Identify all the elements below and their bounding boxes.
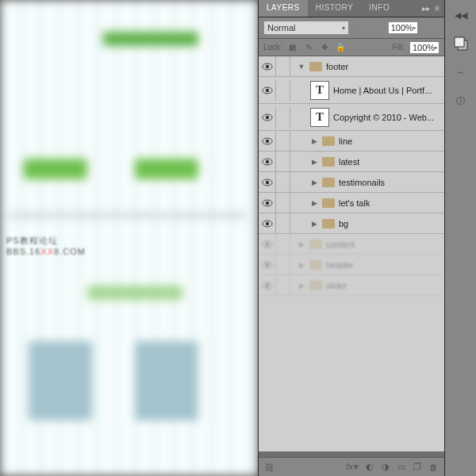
panel-menu-icon[interactable]: ≡ [435,4,440,13]
layer-row[interactable]: ▼footer [259,56,444,77]
visibility-toggle[interactable] [259,152,276,172]
info-icon[interactable]: ⓘ [452,92,470,109]
lock-all-icon[interactable]: 🔒 [335,42,346,53]
disclosure-closed-icon[interactable]: ▶ [310,137,318,145]
visibility-toggle[interactable] [259,255,276,275]
svg-point-7 [265,139,268,142]
svg-point-15 [265,221,268,225]
layer-mask-icon[interactable]: ◐ [366,462,374,472]
layer-row[interactable]: ▶testimonails [259,172,444,193]
tab-layers[interactable]: LAYERS [259,0,308,17]
link-cell [276,80,290,101]
layer-name[interactable]: latest [339,157,359,167]
folder-icon [322,136,335,146]
layer-row[interactable]: ▶latest [259,152,444,172]
chevron-right-icon: ▸ [435,44,438,51]
layer-name[interactable]: slider [326,281,347,290]
link-cell [276,234,290,255]
visibility-toggle[interactable] [259,275,276,296]
visibility-toggle[interactable] [259,193,276,213]
swatches-icon[interactable] [452,35,470,52]
blend-mode-dropdown[interactable]: Normal ▾ [263,21,349,35]
adjustment-icon[interactable]: ◑ [382,462,390,472]
lock-image-icon[interactable]: ✎ [303,42,314,53]
layer-name[interactable]: content [326,240,355,249]
layer-content: ▶let's talk [290,198,444,208]
folder-icon [309,281,322,290]
disclosure-closed-icon[interactable]: ▶ [298,282,305,290]
panel-collapse-icon[interactable]: ▸▸ [422,4,430,13]
disclosure-closed-icon[interactable]: ▶ [310,178,318,186]
watermark-line2: BBS.16XX8.COM [6,247,86,256]
link-cell [276,131,290,152]
svg-point-9 [265,159,268,163]
delete-layer-icon[interactable]: 🗑 [429,463,438,472]
brush-icon[interactable]: ↔ [452,63,470,81]
layer-row[interactable]: ▶let's talk [259,193,444,213]
collapsed-panels-dock: ◀◀ ↔ ⓘ [444,0,476,476]
visibility-toggle[interactable] [259,172,276,193]
opacity-input[interactable]: 100%▸ [388,21,418,34]
fill-input[interactable]: 100%▸ [409,41,440,54]
disclosure-closed-icon[interactable]: ▶ [310,158,318,166]
link-layers-icon[interactable]: ⛓ [265,463,274,472]
layer-name[interactable]: testimonails [339,178,385,187]
layer-name[interactable]: footer [326,62,348,71]
disclosure-closed-icon[interactable]: ▶ [310,220,318,228]
blend-opacity-row: Normal ▾ Opacity: 100%▸ [259,17,444,39]
watermark: PS教程论坛 BBS.16XX8.COM [6,235,86,256]
svg-point-13 [265,201,268,204]
layer-row[interactable]: TCopyright © 2010 - Web... [259,104,444,131]
lock-position-icon[interactable]: ✥ [319,42,330,53]
chevron-right-icon: ▸ [413,25,416,31]
folder-icon [309,62,322,71]
disclosure-closed-icon[interactable]: ▶ [298,261,305,269]
layer-content: ▶line [290,136,444,146]
svg-point-19 [265,263,268,266]
visibility-toggle[interactable] [259,213,276,234]
svg-rect-23 [455,37,464,47]
layer-name[interactable]: line [339,136,352,146]
link-cell [276,213,290,234]
new-layer-icon[interactable]: ❐ [413,462,421,472]
layer-name[interactable]: Home | About Us | Portf... [333,86,432,95]
layer-row[interactable]: ▶slider [259,275,444,296]
layer-row[interactable]: ▶bg [259,213,444,234]
layers-footer: ⛓ fx▾ ◐ ◑ ▭ ❐ 🗑 [259,457,444,476]
layer-content: ▶latest [290,157,444,167]
new-group-icon[interactable]: ▭ [397,462,405,472]
folder-icon [322,157,335,167]
visibility-toggle[interactable] [259,107,276,128]
layer-name[interactable]: header [326,260,353,270]
link-cell [276,255,290,275]
link-cell [276,107,290,128]
visibility-toggle[interactable] [259,131,276,152]
panel-tabs: LAYERS HISTORY INFO ▸▸ ≡ [259,0,444,17]
svg-point-3 [265,88,268,91]
lock-fill-row: Lock: ▦ ✎ ✥ 🔒 Fill: 100%▸ [259,39,444,56]
tab-info[interactable]: INFO [361,0,397,17]
layer-name[interactable]: Copyright © 2010 - Web... [333,113,434,122]
layers-list[interactable]: ▼footerTHome | About Us | Portf...TCopyr… [259,56,444,451]
layer-content: ▶bg [290,219,444,228]
visibility-toggle[interactable] [259,56,276,77]
visibility-toggle[interactable] [259,234,276,255]
layer-name[interactable]: let's talk [339,198,370,208]
layer-content: ▶slider [290,281,444,290]
watermark-line1: PS教程论坛 [6,235,86,247]
dock-expand-icon[interactable]: ◀◀ [452,6,470,24]
layer-row[interactable]: ▶line [259,131,444,152]
lock-label: Lock: [263,43,282,52]
tab-history[interactable]: HISTORY [308,0,362,17]
disclosure-closed-icon[interactable]: ▶ [298,240,305,248]
layer-row[interactable]: THome | About Us | Portf... [259,77,444,104]
fx-icon[interactable]: fx▾ [346,462,358,472]
visibility-toggle[interactable] [259,80,276,101]
lock-transparent-icon[interactable]: ▦ [287,42,298,53]
disclosure-closed-icon[interactable]: ▶ [310,199,318,207]
layer-row[interactable]: ▶header [259,255,444,275]
layer-content: THome | About Us | Portf... [290,81,444,100]
disclosure-open-icon[interactable]: ▼ [298,63,305,71]
layer-row[interactable]: ▶content [259,234,444,255]
layer-name[interactable]: bg [339,219,348,228]
